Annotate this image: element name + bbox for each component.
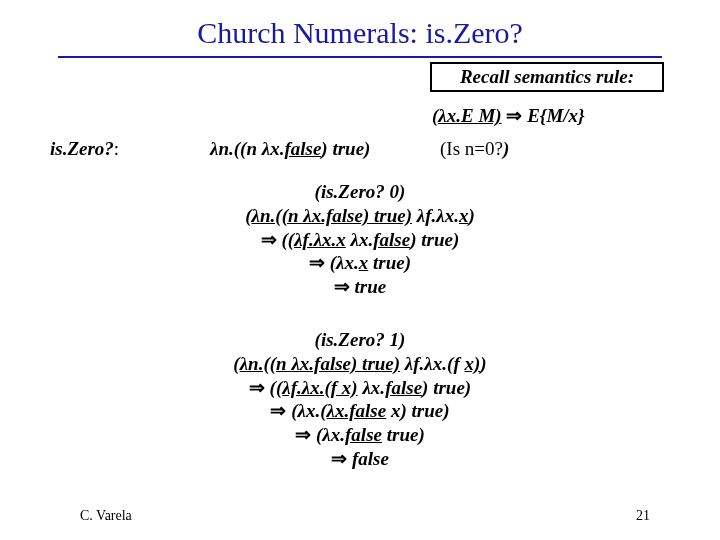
t: (λx.	[316, 424, 345, 445]
b1-l5: ⇒ (λx.false true)	[0, 423, 720, 447]
t: x) true)	[386, 400, 449, 421]
t: x)	[464, 353, 480, 374]
b0-l5: ⇒ true	[0, 275, 720, 299]
t: x	[459, 205, 469, 226]
t: ((	[281, 229, 294, 250]
t: (λx.(	[291, 400, 326, 421]
arrow-icon: ⇒	[249, 377, 270, 398]
iszero-definition: λn.((n λx.false) true)	[210, 138, 370, 160]
t: ((	[270, 377, 283, 398]
rule-rhs: E{M/x}	[527, 105, 585, 126]
t: λx.false	[327, 400, 387, 421]
arrow-icon: ⇒	[270, 400, 291, 421]
t: false	[352, 448, 389, 469]
b0-l4: ⇒ (λx.x true)	[0, 251, 720, 275]
t: true	[355, 276, 387, 297]
semantics-rule: (λx.E M) ⇒ E{M/x}	[432, 104, 585, 127]
b1-l4: ⇒ (λx.(λx.false x) true)	[0, 399, 720, 423]
comment-paren: )	[503, 138, 509, 159]
t: true)	[368, 252, 411, 273]
footer-page-number: 21	[636, 508, 650, 524]
t: false	[373, 229, 410, 250]
arrow-icon: ⇒	[334, 276, 355, 297]
iszero-label: is.Zero?:	[50, 138, 119, 160]
arrow-icon: ⇒	[295, 424, 316, 445]
iszero-comment: (Is n=0?)	[440, 138, 509, 160]
b0-l2: (λn.((n λx.false) true) λf.λx.x)	[0, 204, 720, 228]
t: false	[345, 424, 382, 445]
t: )	[480, 353, 486, 374]
t: true)	[382, 424, 425, 445]
rule-arrow: ⇒	[502, 105, 528, 126]
arrow-icon: ⇒	[331, 448, 352, 469]
footer-author: C. Varela	[80, 508, 132, 524]
rule-lhs: (λx.E M)	[432, 105, 502, 126]
recall-box: Recall semantics rule:	[430, 62, 664, 92]
t: false	[385, 377, 422, 398]
b0-l1: (is.Zero? 0)	[0, 180, 720, 204]
b0-l3: ⇒ ((λf.λx.x λx.false) true)	[0, 228, 720, 252]
colon: :	[114, 138, 119, 159]
def-post: ) true)	[321, 138, 370, 159]
t: λn.((n λx.false) true)	[252, 205, 412, 226]
t: λx.	[358, 377, 385, 398]
slide-title: Church Numerals: is.Zero?	[0, 16, 720, 50]
b1-l1: (is.Zero? 1)	[0, 328, 720, 352]
def-u: false	[284, 138, 321, 159]
t: λf.λx.x	[294, 229, 346, 250]
title-underline	[58, 56, 662, 58]
t: λf.λx.(f	[400, 353, 464, 374]
arrow-icon: ⇒	[309, 252, 330, 273]
derivation-zero: (is.Zero? 0) (λn.((n λx.false) true) λf.…	[0, 180, 720, 299]
b1-l2: (λn.((n λx.false) true) λf.λx.(f x))	[0, 352, 720, 376]
slide: Church Numerals: is.Zero? Recall semanti…	[0, 0, 720, 540]
t: )	[468, 205, 474, 226]
iszero-label-text: is.Zero?	[50, 138, 114, 159]
comment-pre: (Is n=0?	[440, 138, 503, 159]
t: λn.((n λx.false) true)	[240, 353, 400, 374]
t: ) true)	[422, 377, 471, 398]
t: x	[359, 252, 369, 273]
def-pre: λn.((n λx.	[210, 138, 284, 159]
t: λf.λx.	[412, 205, 459, 226]
t: ) true)	[410, 229, 459, 250]
arrow-icon: ⇒	[261, 229, 282, 250]
derivation-one: (is.Zero? 1) (λn.((n λx.false) true) λf.…	[0, 328, 720, 471]
t: λx.	[346, 229, 373, 250]
t: (λx.	[330, 252, 359, 273]
b1-l6: ⇒ false	[0, 447, 720, 471]
t: λf.λx.(f x)	[282, 377, 357, 398]
b1-l3: ⇒ ((λf.λx.(f x) λx.false) true)	[0, 376, 720, 400]
